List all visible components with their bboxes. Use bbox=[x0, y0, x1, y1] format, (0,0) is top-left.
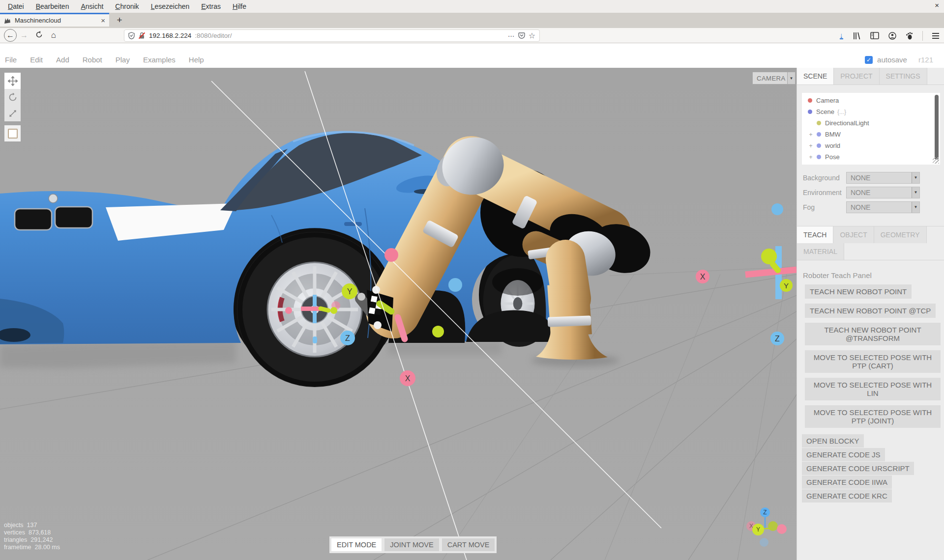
pose-dot-blue-right[interactable] bbox=[771, 203, 783, 215]
axis-badge-x[interactable]: X bbox=[400, 370, 415, 386]
outliner-item-directionallight[interactable]: DirectionalLight bbox=[802, 117, 940, 129]
library-icon[interactable] bbox=[853, 32, 861, 40]
outliner-scrollbar[interactable] bbox=[935, 95, 939, 160]
back-button[interactable]: ← bbox=[4, 29, 17, 42]
axis-badge-y[interactable]: Y bbox=[342, 283, 357, 299]
outliner-item-scene[interactable]: Scene {...} bbox=[802, 106, 940, 117]
gnome-foot-icon[interactable] bbox=[906, 32, 913, 40]
insecure-lock-icon[interactable] bbox=[138, 32, 146, 39]
tab-object[interactable]: OBJECT bbox=[833, 226, 874, 243]
menu-datei[interactable]: Datei bbox=[3, 2, 29, 10]
outliner-item-pose[interactable]: + Pose bbox=[802, 151, 940, 163]
editor-menu-play[interactable]: Play bbox=[116, 56, 130, 64]
chevron-down-icon[interactable]: ▼ bbox=[912, 172, 919, 183]
background-select[interactable]: NONE ▼ bbox=[846, 172, 920, 184]
axis-badge-x-right[interactable]: X bbox=[696, 270, 709, 283]
fog-row: Fog NONE ▼ bbox=[803, 201, 939, 213]
editor-menu-edit[interactable]: Edit bbox=[30, 56, 43, 64]
generate-code-iiwa-button[interactable]: GENERATE CODE IIWA bbox=[802, 476, 892, 489]
outliner-item-world[interactable]: + world bbox=[802, 140, 940, 151]
generate-code-krc-button[interactable]: GENERATE CODE KRC bbox=[802, 489, 892, 503]
browser-tabbar: Maschinencloud × + bbox=[0, 13, 944, 28]
autosave-label: autosave bbox=[877, 56, 907, 64]
menu-chronik[interactable]: Chronik bbox=[110, 2, 144, 10]
move-lin-button[interactable]: MOVE TO SELECTED POSE WITH LIN bbox=[805, 378, 941, 400]
move-ptp-joint-button[interactable]: MOVE TO SELECTED POSE WITH PTP (JOINT) bbox=[805, 405, 941, 428]
viewport-3d[interactable]: Y Y Z X X Z X bbox=[0, 68, 796, 560]
url-bar[interactable]: 192.168.2.224 :8080/editor/ ⋯ ☆ bbox=[124, 29, 540, 42]
background-row: Background NONE ▼ bbox=[803, 171, 939, 184]
bookmark-star-icon[interactable]: ☆ bbox=[529, 31, 535, 40]
editor-menu-add[interactable]: Add bbox=[56, 56, 69, 64]
browser-tab-maschinencloud[interactable]: Maschinencloud × bbox=[0, 13, 109, 27]
editor-menu-robot[interactable]: Robot bbox=[83, 56, 102, 64]
editor-menu-help[interactable]: Help bbox=[189, 56, 204, 64]
window-close-icon[interactable]: × bbox=[935, 1, 939, 9]
expand-icon[interactable]: + bbox=[808, 142, 814, 149]
chevron-down-icon[interactable]: ▼ bbox=[912, 187, 919, 198]
pocket-icon[interactable] bbox=[518, 32, 525, 39]
home-icon[interactable]: ⌂ bbox=[46, 30, 61, 40]
expand-icon[interactable]: + bbox=[808, 131, 814, 138]
reload-icon[interactable] bbox=[31, 31, 46, 40]
tab-material[interactable]: MATERIAL bbox=[797, 243, 844, 260]
teach-new-point-button[interactable]: TEACH NEW ROBOT POINT bbox=[805, 284, 912, 299]
editor-menu-examples[interactable]: Examples bbox=[143, 56, 176, 64]
sidebar: SCENE PROJECT SETTINGS Camera Scene {...… bbox=[796, 68, 944, 560]
tab-settings[interactable]: SETTINGS bbox=[880, 68, 927, 84]
tab-geometry[interactable]: GEOMETRY bbox=[874, 226, 927, 243]
generate-code-urscript-button[interactable]: GENERATE CODE URSCRIPT bbox=[802, 462, 914, 475]
scene-canvas[interactable]: Y Y Z X X Z X bbox=[0, 68, 796, 560]
outliner-resize-handle[interactable] bbox=[933, 157, 939, 164]
autosave-checkbox[interactable]: ✓ bbox=[865, 56, 873, 64]
fog-select[interactable]: NONE ▼ bbox=[846, 201, 920, 213]
pose-dot-blue[interactable] bbox=[448, 278, 462, 292]
move-ptp-cart-button[interactable]: MOVE TO SELECTED POSE WITH PTP (CART) bbox=[805, 350, 941, 373]
open-blocky-button[interactable]: OPEN BLOCKY bbox=[802, 434, 864, 448]
pose-dot-green[interactable] bbox=[432, 326, 444, 337]
cart-move-button[interactable]: CART MOVE bbox=[442, 538, 495, 551]
outliner-item-camera[interactable]: Camera bbox=[802, 95, 940, 106]
edit-mode-button[interactable]: EDIT MODE bbox=[331, 538, 382, 551]
account-icon[interactable] bbox=[888, 32, 896, 40]
teach-new-point-transform-button[interactable]: TEACH NEW ROBOT POINT @TRANSFORM bbox=[805, 323, 941, 345]
expand-icon[interactable]: + bbox=[808, 154, 814, 161]
environment-select[interactable]: NONE ▼ bbox=[846, 187, 920, 198]
tab-project[interactable]: PROJECT bbox=[834, 68, 879, 84]
teach-new-point-tcp-button[interactable]: TEACH NEW ROBOT POINT @TCP bbox=[805, 304, 936, 318]
outliner-item-bmw[interactable]: + BMW bbox=[802, 129, 940, 140]
scale-tool-button[interactable] bbox=[4, 105, 21, 121]
generate-code-js-button[interactable]: GENERATE CODE JS bbox=[802, 448, 885, 461]
menu-hilfe[interactable]: Hilfe bbox=[228, 2, 251, 10]
space-toggle-button[interactable] bbox=[4, 125, 21, 141]
joint-move-button[interactable]: JOINT MOVE bbox=[384, 538, 439, 551]
sidebar-toggle-icon[interactable] bbox=[870, 32, 879, 39]
menu-extras[interactable]: Extras bbox=[196, 2, 226, 10]
menu-lesezeichen[interactable]: Lesezeichen bbox=[146, 2, 195, 10]
camera-select[interactable]: CAMERA ▼ bbox=[752, 72, 796, 84]
pose-dot-pink[interactable] bbox=[384, 248, 398, 262]
new-tab-button[interactable]: + bbox=[113, 15, 126, 26]
url-path: :8080/editor/ bbox=[195, 32, 504, 39]
rotate-tool-button[interactable] bbox=[4, 89, 21, 105]
downloads-icon[interactable]: ↓ bbox=[840, 32, 844, 39]
axis-badge-z[interactable]: Z bbox=[340, 331, 355, 345]
chevron-down-icon[interactable]: ▼ bbox=[912, 202, 919, 213]
tab-close-icon[interactable]: × bbox=[101, 16, 105, 25]
scale-icon bbox=[8, 109, 18, 118]
forward-button[interactable]: → bbox=[17, 31, 31, 40]
chevron-down-icon[interactable]: ▼ bbox=[787, 72, 795, 84]
editor-menu-file[interactable]: File bbox=[5, 56, 17, 64]
menu-ansicht[interactable]: Ansicht bbox=[76, 2, 108, 10]
page-actions-icon[interactable]: ⋯ bbox=[508, 32, 515, 40]
scene-outliner[interactable]: Camera Scene {...} DirectionalLight + BM… bbox=[802, 93, 940, 165]
tab-teach[interactable]: TEACH bbox=[797, 226, 833, 243]
hamburger-menu-icon[interactable] bbox=[932, 31, 939, 40]
tracking-shield-icon[interactable] bbox=[128, 32, 135, 39]
menu-bearbeiten[interactable]: Bearbeiten bbox=[31, 2, 74, 10]
toolbar-separator bbox=[922, 31, 923, 41]
axis-badge-z-right[interactable]: Z bbox=[770, 332, 784, 345]
tab-scene[interactable]: SCENE bbox=[797, 68, 834, 84]
svg-text:Z: Z bbox=[763, 509, 767, 516]
translate-tool-button[interactable] bbox=[4, 73, 21, 89]
